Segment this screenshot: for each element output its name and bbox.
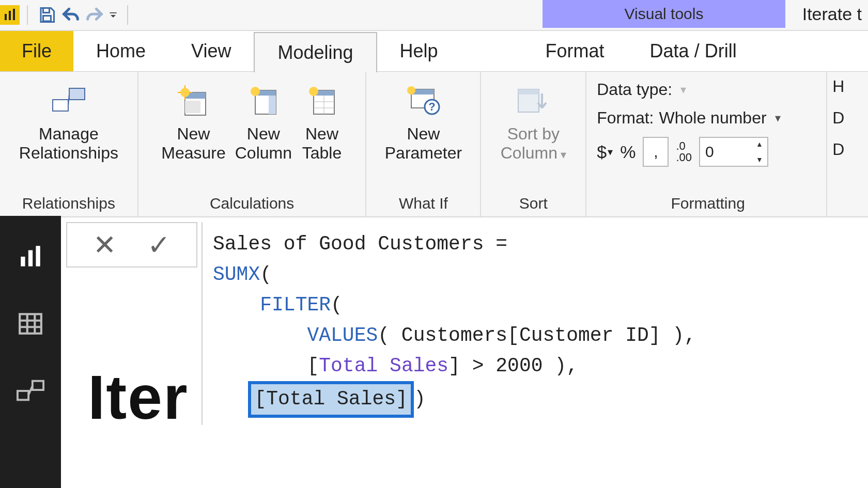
svg-rect-37	[20, 314, 41, 334]
titlebar: Visual tools Iterate t	[0, 0, 868, 31]
svg-rect-1	[9, 11, 11, 20]
new-measure-icon	[173, 80, 214, 121]
new-parameter-label: New Parameter	[385, 124, 462, 163]
svg-rect-19	[269, 96, 276, 114]
thousands-separator-button[interactable]: ,	[643, 137, 669, 167]
svg-point-12	[180, 88, 190, 97]
svg-rect-7	[69, 88, 85, 100]
qat-separator	[27, 5, 28, 25]
formula-editor[interactable]: Sales of Good Customers = SUMX( FILTER( …	[202, 222, 868, 425]
data-type-dropdown[interactable]: ▾	[680, 83, 686, 97]
svg-rect-43	[33, 381, 43, 390]
cutoff-text: D	[832, 140, 844, 159]
new-table-button[interactable]: New Table	[301, 80, 343, 163]
contextual-tab-visual-tools: Visual tools	[542, 0, 785, 28]
app-icon	[0, 5, 20, 25]
tab-home[interactable]: Home	[73, 31, 168, 71]
selected-token[interactable]: [Total Sales]	[248, 381, 413, 418]
new-parameter-button[interactable]: ? New Parameter	[385, 80, 462, 163]
model-view-button[interactable]	[12, 373, 49, 409]
svg-rect-5	[110, 12, 116, 13]
group-calculations: New Measure New Column New Table Calcula…	[138, 72, 367, 216]
relationships-icon	[48, 80, 89, 121]
svg-rect-36	[36, 246, 40, 266]
left-nav	[0, 216, 61, 488]
svg-rect-35	[28, 250, 33, 266]
commit-formula-button[interactable]: ✓	[147, 229, 171, 261]
manage-relationships-label: Manage Relationships	[19, 124, 118, 163]
svg-point-26	[309, 87, 318, 96]
new-table-icon	[301, 80, 343, 121]
tab-view[interactable]: View	[168, 31, 254, 71]
tab-help[interactable]: Help	[377, 31, 461, 71]
new-column-label: New Column	[235, 124, 292, 163]
ribbon-tabs: File Home View Modeling Help Format Data…	[0, 31, 868, 72]
cutoff-text: D	[832, 108, 844, 128]
formula-controls: ✕ ✓	[66, 222, 197, 267]
report-view-button[interactable]	[12, 239, 49, 275]
svg-text:?: ?	[429, 100, 436, 113]
svg-rect-34	[21, 257, 25, 266]
cutoff-text: H	[832, 77, 844, 96]
save-button[interactable]	[35, 3, 59, 27]
formula-bar: ✕ ✓ Sales of Good Customers = SUMX( FILT…	[66, 222, 868, 425]
group-whatif: ? New Parameter What If	[366, 72, 481, 216]
undo-button[interactable]	[59, 3, 83, 27]
decimal-toggle-button[interactable]: .0 .00	[676, 140, 692, 163]
format-dropdown-caret[interactable]: ▾	[775, 112, 781, 125]
cancel-formula-button[interactable]: ✕	[93, 229, 116, 261]
tab-format[interactable]: Format	[523, 31, 627, 71]
ribbon: Manage Relationships Relationships New M…	[0, 72, 868, 217]
sort-by-column-label: Sort by Column▾	[501, 124, 566, 163]
qat-customize-button[interactable]	[106, 3, 120, 27]
svg-point-31	[407, 86, 415, 95]
spinner-icon[interactable]: ▲▼	[756, 140, 765, 164]
new-table-label: New Table	[302, 124, 342, 163]
group-label: Relationships	[22, 193, 115, 213]
window-title-fragment: Iterate t	[802, 4, 862, 24]
group-formatting: Data type: ▾ Format: Whole number ▾ $▾ %…	[586, 72, 827, 216]
manage-relationships-button[interactable]: Manage Relationships	[19, 80, 118, 163]
group-label: Calculations	[210, 193, 294, 213]
new-parameter-icon: ?	[402, 80, 444, 121]
percent-button[interactable]: %	[620, 142, 636, 162]
tab-modeling[interactable]: Modeling	[254, 32, 377, 72]
group-cutoff: H D D	[827, 72, 868, 216]
format-label: Format:	[597, 108, 654, 128]
svg-rect-42	[18, 391, 28, 400]
data-view-button[interactable]	[12, 306, 49, 342]
group-label: Sort	[519, 193, 548, 213]
currency-button[interactable]: $▾	[597, 142, 613, 162]
group-label: What If	[399, 193, 448, 213]
new-column-icon	[243, 80, 284, 121]
svg-point-20	[251, 87, 260, 96]
svg-rect-6	[53, 100, 68, 111]
data-type-label: Data type:	[597, 80, 672, 99]
svg-rect-11	[185, 101, 200, 113]
new-column-button[interactable]: New Column	[235, 80, 292, 163]
sort-by-column-button[interactable]: Sort by Column▾	[501, 80, 566, 163]
svg-rect-33	[518, 89, 539, 95]
new-measure-label: New Measure	[161, 124, 226, 163]
svg-rect-0	[5, 14, 7, 20]
svg-line-8	[68, 94, 69, 105]
sort-icon	[513, 80, 554, 121]
group-relationships: Manage Relationships Relationships	[0, 72, 138, 216]
qat-separator	[127, 5, 128, 25]
svg-rect-3	[43, 8, 50, 13]
format-value[interactable]: Whole number	[659, 108, 766, 128]
tab-file[interactable]: File	[0, 31, 73, 71]
new-measure-button[interactable]: New Measure	[161, 80, 226, 163]
group-label: Formatting	[671, 193, 745, 213]
redo-button[interactable]	[83, 3, 106, 27]
svg-rect-4	[43, 16, 51, 22]
svg-rect-2	[13, 9, 15, 20]
group-sort: Sort by Column▾ Sort	[481, 72, 586, 216]
decimal-places-input[interactable]: 0 ▲▼	[699, 137, 768, 167]
tab-data-drill[interactable]: Data / Drill	[627, 31, 760, 71]
